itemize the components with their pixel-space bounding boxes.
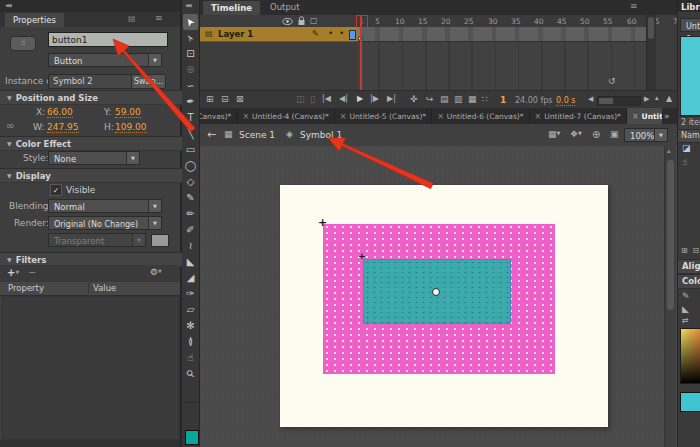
polystar-tool[interactable]: ◇ [183,174,198,190]
library-name-column-header[interactable]: Name [678,131,700,140]
width-tool[interactable]: ≬ [183,334,198,350]
go-to-first-frame-button[interactable]: |◀ [322,95,331,103]
center-frame-button[interactable]: ✜ [410,95,418,104]
camera-icon[interactable]: ◫ [296,95,305,104]
step-back-button[interactable]: ◀| [339,95,348,103]
remove-filter-button[interactable]: − [28,267,36,278]
layer-outline-color-chip[interactable] [349,30,356,40]
section-display[interactable]: ▼Display [0,168,187,183]
timeline-panel-menu-icon[interactable]: ≡ [630,2,638,11]
outline-layers-icon[interactable]: ▢ [310,16,318,25]
loop-button[interactable]: ↪ [426,95,434,104]
timeline-h-scrollbar[interactable] [597,96,641,106]
current-frame-indicator[interactable]: 1 [500,95,506,105]
tab-overflow-icon[interactable]: » [664,111,670,121]
panel-grid-icon[interactable]: ▤ [128,15,136,23]
text-tool[interactable]: T [183,110,198,126]
pencil-tool[interactable]: ✎ [183,190,198,206]
document-tab[interactable]: × Untitled-5 (Canvas)* [335,108,432,124]
free-transform-tool[interactable]: ⊡ [183,46,198,62]
close-icon[interactable]: × [242,112,249,121]
back-arrow-icon[interactable]: ← [207,129,216,140]
spray-brush-tool[interactable]: ✐ [183,222,198,238]
eraser-tool[interactable]: ▱ [183,302,198,318]
document-tab[interactable]: × Untitled-7 (Canvas)* [530,108,627,124]
deco-tool[interactable]: ✻ [183,318,198,334]
breadcrumb-symbol[interactable]: Symbol 1 [300,130,342,140]
swap-colors-icon[interactable]: ⇄ [682,317,689,325]
swap-button[interactable]: Swap... [131,74,166,89]
document-tab-active[interactable]: × Untitled-8 (Canvas)* [627,108,662,124]
close-icon[interactable]: × [632,112,639,121]
elapsed-time-indicator[interactable]: 0.0 s [556,96,575,106]
library-item-row[interactable]: ☝ [678,157,700,170]
reset-timeline-zoom-icon[interactable]: ↺ [608,77,616,86]
instance-of-value[interactable]: Symbol 2 [48,74,133,89]
section-position-size[interactable]: ▼Position and Size [0,90,187,105]
w-value[interactable]: 247.95 [47,122,79,133]
selection-tool[interactable]: ➤ [183,14,198,30]
stroke-color-pencil-icon[interactable]: ✎ [682,292,690,301]
close-icon[interactable]: × [535,112,542,121]
render-dropdown[interactable]: Original (No Change) ▼ [48,216,162,230]
rectangle-tool[interactable]: ▭ [183,142,198,158]
timeline-scrollbar[interactable] [646,15,656,90]
document-tab[interactable]: × Untitled-4 (Canvas)* [237,108,334,124]
fill-color-swatch[interactable] [185,430,199,445]
canvas-pasteboard[interactable]: + + ▴ [200,146,677,447]
frame-rate-indicator[interactable]: 24.00 fps [515,96,553,105]
stage-zoom-dropdown[interactable]: 100% ▼ [624,128,668,142]
x-value[interactable]: 66.00 [47,107,73,118]
layer-lock-dot[interactable]: • [339,28,344,38]
close-icon[interactable]: × [340,112,347,121]
symbol-type-dropdown[interactable]: Button ▼ [48,53,162,67]
library-new-folder-button[interactable]: ⊟ [691,246,700,255]
tab-timeline[interactable]: Timeline [203,1,260,15]
line-tool[interactable]: ╲ [183,126,198,142]
layer-name[interactable]: Layer 1 [218,29,253,39]
y-value[interactable]: 59.00 [115,107,141,118]
document-tab[interactable]: × Untitled-6 (Canvas)* [432,108,529,124]
breadcrumb-scene[interactable]: Scene 1 [239,130,275,140]
pen-tool[interactable]: ✒ [183,94,198,110]
edit-symbols-button[interactable]: ❖▼ [570,130,582,139]
edit-scene-button[interactable]: ▦▼ [548,130,560,139]
style-dropdown[interactable]: None ▼ [48,151,140,165]
panel-menu-icon[interactable]: ≡ [155,14,163,23]
3d-rotation-tool[interactable]: ⊕ [183,62,198,78]
library-new-symbol-button[interactable]: ⊞ [678,246,688,255]
eyedropper-tool[interactable]: ✑ [183,286,198,302]
visible-checkbox[interactable]: ✓ [50,184,62,196]
step-forward-button[interactable]: |▶ [370,95,379,103]
section-color-effect[interactable]: ▼Color Effect [0,136,187,151]
new-layer-button[interactable]: ⊞ [206,95,214,104]
document-tab[interactable]: × Untitled-3 (Canvas)* [200,108,237,124]
tab-library[interactable]: Library [681,2,700,12]
play-button[interactable]: ▶ [357,95,363,103]
camera-marker-icon[interactable]: ▯ [310,95,315,104]
oval-tool[interactable]: ◯ [183,158,198,174]
timeline-scroll-left-icon[interactable]: ◀ [588,96,593,103]
ink-bottle-tool[interactable]: ◢ [183,270,198,286]
layer1-frames[interactable] [357,27,646,42]
onion-skin-outlines-button[interactable]: ▥ [454,95,463,104]
scroll-up-icon[interactable]: ▴ [667,148,671,155]
instance-name-input[interactable] [48,32,168,47]
new-folder-button[interactable]: ⊟ [221,95,229,104]
brush-tool[interactable]: ✏ [183,206,198,222]
link-width-height-icon[interactable]: ∞ [6,121,14,131]
collapse-toolbar-icon[interactable]: ◀◀ [185,3,191,8]
tab-properties[interactable]: Properties [5,13,64,27]
subselection-tool[interactable]: ➢ [183,30,198,46]
onion-skin-button[interactable]: ▤ [440,95,449,104]
timeline-scroll-right-icon[interactable]: ▶ [644,96,649,103]
registration-point[interactable] [432,288,440,296]
timeline-zoom-in-icon[interactable]: ▲ [666,95,672,103]
playhead[interactable] [360,15,362,90]
tab-align[interactable]: Align [678,259,700,274]
color-gradient-picker[interactable] [680,328,700,384]
modify-markers-button[interactable]: ∷ [482,95,488,104]
clip-content-button[interactable]: ▣ [610,130,619,139]
bone-tool[interactable]: ≀ [183,238,198,254]
tab-color[interactable]: Color [678,274,700,289]
